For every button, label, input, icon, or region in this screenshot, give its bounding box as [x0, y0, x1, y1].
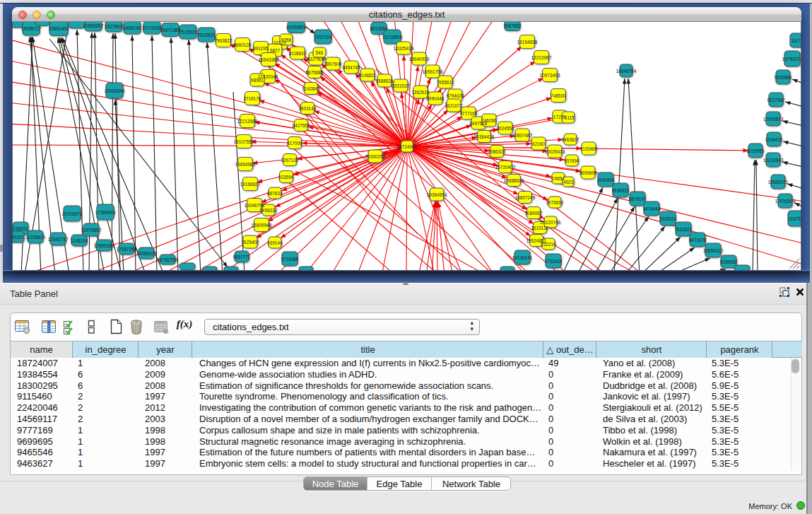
svg-text:62160: 62160	[532, 141, 545, 146]
svg-text:10654112: 10654112	[703, 248, 723, 253]
svg-text:817006: 817006	[287, 141, 302, 146]
svg-text:6794028: 6794028	[447, 93, 464, 98]
svg-text:2687682: 2687682	[504, 23, 522, 28]
svg-text:8118632: 8118632	[289, 51, 307, 56]
svg-text:10046758: 10046758	[245, 203, 265, 208]
svg-text:7955812: 7955812	[437, 80, 454, 85]
svg-text:9827: 9827	[270, 48, 281, 53]
svg-text:18640910: 18640910	[409, 57, 430, 62]
svg-text:11156819: 11156819	[25, 235, 45, 240]
svg-text:1615132: 1615132	[531, 226, 549, 230]
svg-text:1621072: 1621072	[445, 103, 463, 108]
svg-text:9474444: 9474444	[643, 206, 661, 211]
svg-text:14055717: 14055717	[21, 26, 42, 31]
svg-text:5498222: 5498222	[260, 208, 278, 213]
svg-text:17359928: 17359928	[95, 210, 116, 215]
svg-text:19218506: 19218506	[382, 35, 403, 40]
svg-text:1640954: 1640954	[597, 177, 615, 182]
svg-text:6466160: 6466160	[124, 25, 141, 30]
svg-text:20364436: 20364436	[474, 134, 495, 139]
svg-text:8660126: 8660126	[234, 42, 252, 47]
svg-text:735001: 735001	[13, 226, 28, 231]
svg-text:9327508: 9327508	[307, 57, 325, 62]
svg-text:20053346: 20053346	[105, 88, 125, 93]
svg-text:7986322: 7986322	[488, 149, 506, 154]
svg-text:75115: 75115	[562, 115, 575, 120]
svg-text:2718176: 2718176	[244, 96, 261, 101]
svg-text:9084067: 9084067	[525, 211, 543, 216]
svg-text:7515526: 7515526	[198, 33, 216, 37]
svg-text:1145194: 1145194	[71, 238, 88, 243]
svg-text:891295: 891295	[253, 46, 269, 51]
svg-text:169144: 169144	[267, 240, 283, 245]
svg-text:10975857: 10975857	[81, 228, 102, 233]
svg-text:9699695: 9699695	[579, 170, 597, 175]
svg-text:8990448: 8990448	[427, 96, 445, 101]
svg-text:7625402: 7625402	[242, 240, 259, 245]
svg-text:20120746: 20120746	[541, 220, 561, 225]
svg-text:1362615: 1362615	[412, 90, 430, 95]
svg-text:6879197: 6879197	[629, 197, 647, 201]
svg-text:2867608: 2867608	[324, 62, 342, 66]
svg-text:9463627: 9463627	[562, 137, 579, 142]
svg-text:18724007: 18724007	[397, 144, 418, 149]
svg-text:7357224: 7357224	[314, 35, 332, 40]
svg-text:116753: 116753	[789, 216, 801, 221]
svg-text:19384554: 19384554	[427, 192, 447, 197]
svg-text:9245052: 9245052	[720, 259, 738, 264]
svg-text:16210643: 16210643	[763, 158, 784, 163]
svg-text:9657771: 9657771	[233, 255, 251, 259]
svg-text:9227342: 9227342	[767, 98, 785, 103]
svg-text:5322037: 5322037	[392, 83, 410, 88]
svg-text:5875685: 5875685	[306, 70, 324, 75]
svg-text:12505185: 12505185	[94, 243, 114, 248]
svg-text:11171: 11171	[792, 38, 801, 43]
svg-text:17016504: 17016504	[775, 199, 796, 204]
svg-text:12213589: 12213589	[237, 119, 258, 124]
svg-text:7963822: 7963822	[215, 38, 233, 43]
svg-text:18807249: 18807249	[515, 195, 536, 200]
svg-text:10025433: 10025433	[545, 149, 565, 154]
svg-text:16961758: 16961758	[423, 69, 443, 74]
svg-text:7632621: 7632621	[675, 227, 693, 232]
svg-text:2803144: 2803144	[299, 106, 317, 111]
svg-text:12093873: 12093873	[763, 117, 784, 122]
svg-text:10653267: 10653267	[83, 23, 104, 28]
svg-text:16648784: 16648784	[616, 69, 637, 74]
svg-text:1733426: 1733426	[545, 259, 563, 264]
svg-text:8427552: 8427552	[293, 123, 310, 128]
svg-text:10958107: 10958107	[136, 251, 157, 256]
svg-text:39119: 39119	[12, 235, 23, 240]
svg-text:10807487: 10807487	[512, 133, 533, 138]
svg-text:4923: 4923	[563, 180, 574, 185]
svg-text:9242845: 9242845	[302, 86, 320, 91]
svg-text:20691406: 20691406	[49, 26, 69, 31]
svg-text:10973493: 10973493	[540, 73, 560, 78]
svg-text:16782759: 16782759	[158, 257, 178, 262]
svg-text:546: 546	[316, 50, 324, 55]
svg-text:2935114: 2935114	[659, 216, 677, 221]
svg-text:17957255: 17957255	[117, 247, 137, 252]
svg-text:9329966: 9329966	[775, 75, 792, 80]
svg-text:15751074: 15751074	[782, 57, 801, 62]
svg-text:746266: 746266	[481, 118, 497, 123]
svg-text:9115460: 9115460	[580, 146, 598, 151]
svg-text:533594: 533594	[278, 175, 294, 180]
svg-text:16543382: 16543382	[259, 57, 279, 62]
svg-text:20206576: 20206576	[62, 211, 83, 216]
svg-text:1588520: 1588520	[376, 78, 394, 83]
svg-text:12942737: 12942737	[48, 237, 69, 242]
svg-text:13325419: 13325419	[394, 46, 414, 51]
svg-text:3267130: 3267130	[281, 158, 299, 163]
svg-text:19166827: 19166827	[240, 182, 261, 187]
svg-text:6058: 6058	[281, 37, 292, 42]
svg-text:5716485: 5716485	[281, 257, 299, 262]
svg-text:15720407: 15720407	[495, 165, 516, 170]
svg-text:19654985: 19654985	[235, 162, 256, 167]
svg-text:1527602: 1527602	[105, 24, 123, 29]
svg-text:1975692: 1975692	[546, 200, 564, 205]
svg-text:15692971: 15692971	[768, 180, 789, 185]
svg-text:16107552: 16107552	[234, 139, 254, 144]
svg-text:25300293: 25300293	[365, 154, 386, 159]
svg-text:16053809: 16053809	[286, 25, 307, 30]
